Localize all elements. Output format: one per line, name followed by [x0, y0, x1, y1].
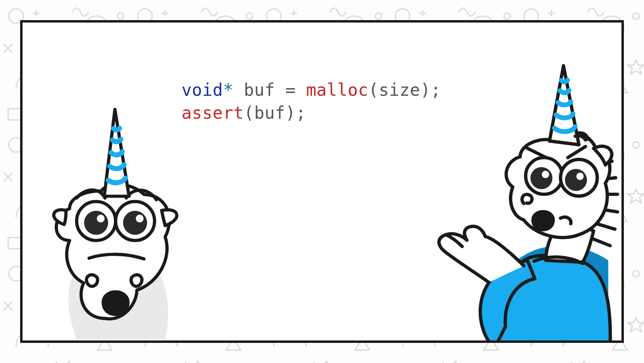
code-identifier-buf: buf — [244, 80, 275, 100]
left-unicorn-icon — [31, 87, 208, 343]
svg-point-10 — [97, 214, 105, 222]
svg-point-9 — [123, 211, 147, 235]
code-star: * — [223, 80, 233, 100]
right-unicorn-icon — [400, 55, 624, 343]
svg-point-17 — [576, 173, 584, 180]
code-func-malloc: malloc — [306, 80, 369, 100]
svg-point-15 — [565, 169, 587, 191]
code-equals: = — [285, 80, 296, 100]
svg-point-8 — [84, 211, 108, 235]
svg-point-14 — [530, 167, 553, 189]
svg-point-11 — [136, 214, 143, 222]
svg-point-16 — [542, 171, 549, 178]
cartoon-panel: void* buf = malloc(size); assert(buf); — [20, 20, 624, 343]
code-identifier-buf2: buf — [254, 103, 285, 123]
